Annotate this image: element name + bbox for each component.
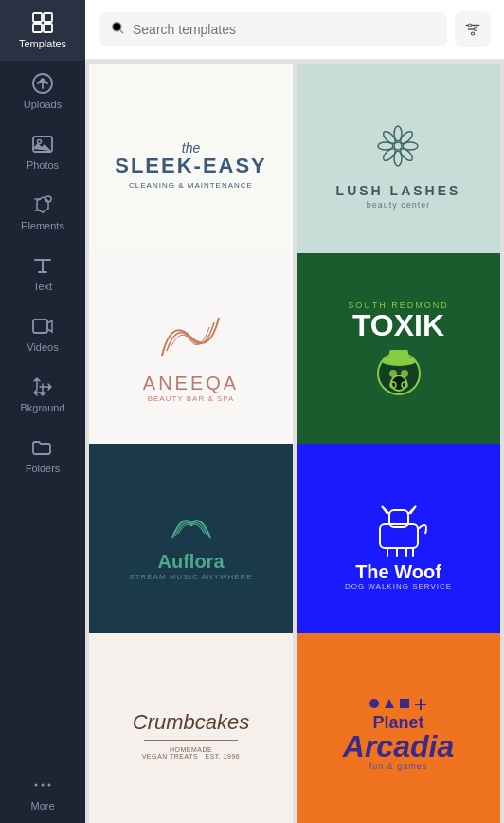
svg-point-11 [48, 784, 51, 787]
arcadia-shapes [343, 699, 454, 710]
sidebar-item-text[interactable]: Text [0, 243, 85, 303]
sidebar-item-label-background: Bkground [20, 402, 64, 413]
svg-point-14 [475, 28, 477, 31]
svg-rect-2 [33, 24, 42, 32]
text-icon [31, 254, 54, 277]
woof-dog-icon [345, 501, 452, 561]
sidebar-item-videos[interactable]: Videos [0, 303, 85, 364]
crumbcakes-sub-text: HOMEMADEVEGAN TREATS EST. 1996 [133, 746, 249, 759]
search-icon [110, 20, 125, 39]
template-card-arcadia[interactable]: Planet Arcadia fun & games [297, 633, 500, 823]
sidebar-item-label-videos: Videos [27, 341, 58, 353]
svg-rect-0 [33, 13, 42, 22]
lush-flower-icon [336, 122, 461, 175]
svg-point-15 [472, 32, 475, 35]
crumbcakes-main-text: Crumbcakes [133, 711, 249, 734]
aneeqa-sub-text: BEAUTY BAR & SPA [143, 394, 239, 403]
woof-main-text: The Woof [345, 561, 452, 582]
crumbcakes-divider [144, 740, 238, 741]
lush-sub-text: beauty center [336, 200, 461, 210]
sidebar-item-label-templates: Templates [19, 38, 66, 49]
sidebar-item-label-photos: Photos [27, 159, 59, 171]
sidebar-item-uploads[interactable]: Uploads [0, 61, 85, 121]
sidebar-item-label-elements: Elements [21, 220, 64, 231]
sidebar-item-more[interactable]: More [0, 762, 85, 823]
elements-icon [31, 193, 54, 216]
template-card-aneeqa[interactable]: ANEEQA BEAUTY BAR & SPA [89, 253, 293, 457]
search-wrapper[interactable] [99, 12, 447, 46]
template-grid: the SLEEK-EASY CLEANING & MAINTENANCE [85, 60, 504, 823]
sidebar-item-label-folders: Folders [26, 463, 61, 474]
auflora-sub-text: STREAM MUSIC ANYWHERE [129, 573, 252, 581]
svg-point-10 [42, 784, 45, 787]
toxik-mascot-icon [348, 340, 449, 411]
sleek-sub-text: CLEANING & MAINTENANCE [115, 181, 267, 190]
svg-rect-27 [389, 350, 408, 362]
template-card-auflora[interactable]: Auflora STREAM MUSIC ANYWHERE [89, 444, 293, 648]
templates-icon [31, 11, 54, 34]
sidebar-item-folders[interactable]: Folders [0, 425, 85, 485]
auflora-main-text: Auflora [129, 551, 252, 573]
videos-icon [31, 315, 54, 338]
background-icon [31, 375, 54, 398]
template-card-lush-lashes[interactable]: LUSH LASHES beauty center [297, 64, 500, 267]
svg-point-6 [38, 140, 42, 144]
auflora-leaf-icon [129, 509, 252, 551]
sidebar: Templates Uploads Photos [0, 0, 85, 823]
sidebar-item-elements[interactable]: Elements [0, 182, 85, 243]
sidebar-item-label-uploads: Uploads [24, 99, 62, 110]
svg-point-13 [469, 24, 472, 27]
filter-button[interactable] [455, 11, 491, 47]
svg-rect-8 [33, 320, 47, 333]
toxik-main-text: TOXIK [348, 310, 449, 340]
more-icon [31, 774, 54, 796]
template-card-woof[interactable]: The Woof DOG WALKING SERVICE [297, 444, 500, 648]
svg-rect-3 [44, 24, 52, 32]
sidebar-item-label-more: More [30, 800, 54, 812]
search-input[interactable] [133, 22, 436, 37]
sidebar-item-photos[interactable]: Photos [0, 121, 85, 182]
svg-point-16 [394, 142, 402, 150]
woof-sub-text: DOG WALKING SERVICE [345, 582, 452, 591]
lush-main-text: LUSH LASHES [336, 183, 461, 198]
search-bar [85, 0, 504, 60]
sleek-the-text: the [115, 141, 267, 155]
photos-icon [31, 133, 54, 155]
sidebar-item-templates[interactable]: Templates [0, 0, 85, 61]
template-card-crumbcakes[interactable]: Crumbcakes HOMEMADEVEGAN TREATS EST. 199… [89, 633, 293, 823]
template-card-toxik[interactable]: SOUTH REDMOND TOXIK [297, 253, 500, 457]
main-content: the SLEEK-EASY CLEANING & MAINTENANCE [85, 0, 504, 823]
aneeqa-main-text: ANEEQA [143, 373, 239, 394]
folders-icon [31, 436, 54, 459]
sidebar-item-label-text: Text [33, 281, 52, 292]
sidebar-item-background[interactable]: Bkground [0, 364, 85, 425]
svg-rect-1 [44, 13, 52, 22]
template-card-sleek-easy[interactable]: the SLEEK-EASY CLEANING & MAINTENANCE [89, 64, 293, 267]
arcadia-main-text: Arcadia [343, 731, 454, 761]
aneeqa-wave-icon [143, 308, 239, 369]
svg-point-9 [35, 784, 38, 787]
uploads-icon [31, 72, 54, 95]
sleek-main-text: SLEEK-EASY [115, 155, 267, 177]
